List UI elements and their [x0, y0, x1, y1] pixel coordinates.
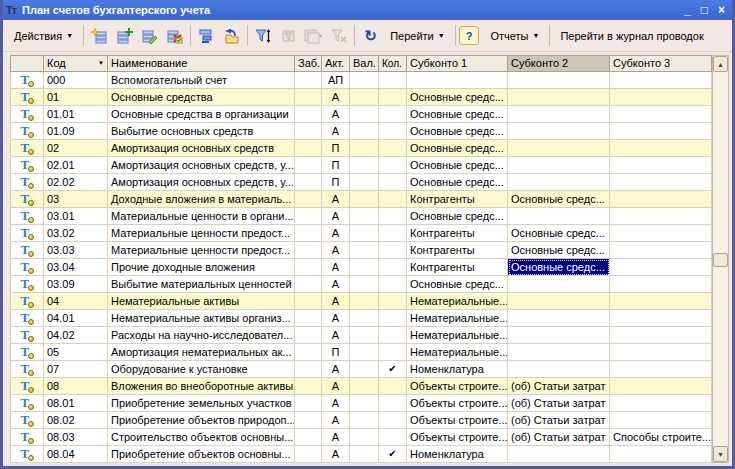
cell-zab[interactable] — [295, 344, 322, 361]
cell-s2[interactable] — [508, 140, 610, 157]
cell-s2[interactable]: Основные средс... — [508, 242, 610, 259]
table-row[interactable]: Т05Амортизация нематериальных ак...ПНема… — [10, 344, 712, 361]
table-row[interactable]: Т03.01Материальные ценности в органи...А… — [10, 208, 712, 225]
cell-code[interactable]: 02 — [44, 140, 108, 157]
cell-kol[interactable] — [379, 106, 407, 123]
cell-act[interactable]: А — [322, 106, 350, 123]
table-row[interactable]: Т08.01Приобретение земельных участковАОб… — [10, 395, 712, 412]
cell-act[interactable]: А — [322, 446, 350, 463]
cell-s1[interactable]: Контрагенты — [407, 242, 508, 259]
cell-code[interactable]: 03.04 — [44, 259, 108, 276]
cell-val[interactable] — [350, 395, 379, 412]
cell-s3[interactable] — [610, 395, 712, 412]
cell-code[interactable]: 07 — [44, 361, 108, 378]
cell-val[interactable] — [350, 106, 379, 123]
cell-name[interactable]: Прочие доходные вложения — [108, 259, 295, 276]
cell-name[interactable]: Приобретение объектов основны... — [108, 446, 295, 463]
cell-name[interactable]: Нематериальные активы организ... — [108, 310, 295, 327]
cell-s1[interactable]: Основные средс... — [407, 157, 508, 174]
cell-zab[interactable] — [295, 276, 322, 293]
cell-kol[interactable] — [379, 395, 407, 412]
cell-icon[interactable]: Т — [10, 361, 44, 378]
cell-icon[interactable]: Т — [10, 140, 44, 157]
cell-s3[interactable] — [610, 89, 712, 106]
cell-val[interactable] — [350, 429, 379, 446]
cell-s3[interactable] — [610, 191, 712, 208]
cell-zab[interactable] — [295, 310, 322, 327]
cell-code[interactable]: 04.01 — [44, 310, 108, 327]
cell-s2[interactable] — [508, 446, 610, 463]
cell-val[interactable] — [350, 310, 379, 327]
cell-name[interactable]: Выбытие основных средств — [108, 123, 295, 140]
cell-s3[interactable] — [610, 106, 712, 123]
cell-code[interactable]: 02.02 — [44, 174, 108, 191]
cell-code[interactable]: 01.01 — [44, 106, 108, 123]
cell-s1[interactable]: Основные средс... — [407, 276, 508, 293]
cell-s1[interactable]: Основные средс... — [407, 208, 508, 225]
add-group-button[interactable] — [112, 24, 137, 47]
cell-name[interactable]: Вспомогательный счет — [108, 72, 295, 89]
hierarchy-button[interactable] — [194, 24, 219, 47]
cell-s1[interactable]: Нематериальные... — [407, 344, 508, 361]
cell-act[interactable]: А — [322, 412, 350, 429]
cell-act[interactable]: П — [322, 140, 350, 157]
cell-name[interactable]: Материальные ценности предост... — [108, 242, 295, 259]
cell-s3[interactable] — [610, 361, 712, 378]
cell-code[interactable]: 01 — [44, 89, 108, 106]
table-row[interactable]: Т07Оборудование к установкеА✔Номенклатур… — [10, 361, 712, 378]
column-header-val[interactable]: Вал. — [350, 55, 379, 72]
cell-icon[interactable]: Т — [10, 259, 44, 276]
cell-code[interactable]: 08.01 — [44, 395, 108, 412]
cell-zab[interactable] — [295, 378, 322, 395]
cell-act[interactable]: П — [322, 344, 350, 361]
cell-icon[interactable]: Т — [10, 412, 44, 429]
column-header-s2[interactable]: Субконто 2 — [508, 55, 610, 72]
cell-icon[interactable]: Т — [10, 174, 44, 191]
journal-button[interactable]: Перейти в журнал проводок — [553, 24, 710, 47]
refresh-button[interactable]: ↻ — [358, 24, 383, 47]
cell-code[interactable]: 03 — [44, 191, 108, 208]
cell-kol[interactable] — [379, 123, 407, 140]
cell-s1[interactable]: Основные средс... — [407, 123, 508, 140]
cell-s3[interactable] — [610, 412, 712, 429]
cell-code[interactable]: 08.03 — [44, 429, 108, 446]
cell-val[interactable] — [350, 191, 379, 208]
cell-act[interactable]: А — [322, 225, 350, 242]
column-header-name[interactable]: Наименование — [108, 55, 295, 72]
cell-s1[interactable]: Основные средс... — [407, 140, 508, 157]
cell-zab[interactable] — [295, 174, 322, 191]
cell-zab[interactable] — [295, 259, 322, 276]
cell-s3[interactable] — [610, 259, 712, 276]
table-row[interactable]: Т08.04Приобретение объектов основны...А✔… — [10, 446, 712, 463]
table-row[interactable]: Т000Вспомогательный счетАП — [10, 72, 712, 89]
cell-act[interactable]: П — [322, 174, 350, 191]
cell-code[interactable]: 04.02 — [44, 327, 108, 344]
vertical-scrollbar[interactable]: ▲ ▼ — [712, 55, 729, 463]
cell-act[interactable]: А — [322, 395, 350, 412]
cell-zab[interactable] — [295, 72, 322, 89]
cell-kol[interactable] — [379, 259, 407, 276]
table-row[interactable]: Т04.02Расходы на научно-исследовател...А… — [10, 327, 712, 344]
cell-val[interactable] — [350, 89, 379, 106]
actions-button[interactable]: Действия ▼ — [7, 24, 80, 47]
cell-kol[interactable] — [379, 327, 407, 344]
cell-val[interactable] — [350, 293, 379, 310]
cell-kol[interactable] — [379, 429, 407, 446]
cell-kol[interactable] — [379, 208, 407, 225]
cell-val[interactable] — [350, 412, 379, 429]
cell-code[interactable]: 08.02 — [44, 412, 108, 429]
cell-zab[interactable] — [295, 89, 322, 106]
cell-s1[interactable]: Объекты строите... — [407, 429, 508, 446]
cell-icon[interactable]: Т — [10, 106, 44, 123]
cell-kol[interactable] — [379, 378, 407, 395]
cell-zab[interactable] — [295, 191, 322, 208]
cell-kol[interactable] — [379, 310, 407, 327]
cell-icon[interactable]: Т — [10, 395, 44, 412]
cell-s2[interactable]: Основные средс... — [508, 191, 610, 208]
table-row[interactable]: Т08.02Приобретение объектов природоп...А… — [10, 412, 712, 429]
cell-icon[interactable]: Т — [10, 72, 44, 89]
cell-val[interactable] — [350, 259, 379, 276]
cell-zab[interactable] — [295, 361, 322, 378]
cell-s1[interactable]: Основные средс... — [407, 106, 508, 123]
cell-act[interactable]: А — [322, 191, 350, 208]
